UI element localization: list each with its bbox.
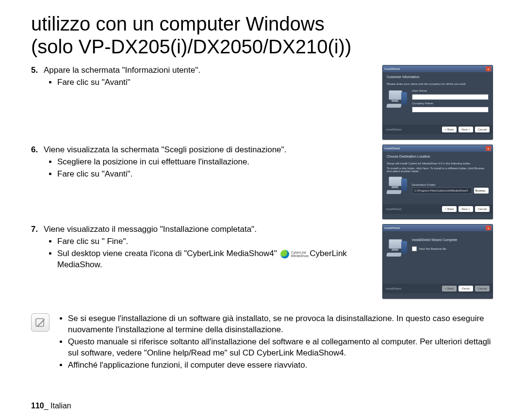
sc2-logo: InstallShield [386, 208, 401, 210]
cyberlink-icon [280, 250, 289, 258]
note-block: Se si esegue l'installazione di un softw… [31, 313, 493, 372]
screenshot-2-col: InstallShield × Choose Destination Locat… [380, 145, 493, 219]
page-label: _ Italian [44, 402, 71, 410]
computer-icon [387, 238, 408, 257]
page-title: utilizzo con un computer Windows (solo V… [31, 13, 493, 58]
step-5-bullet-1: Fare clic su "Avanti" [57, 77, 371, 88]
sc1-logo: InstallShield [386, 128, 401, 131]
sc2-cancel-button: Cancel [475, 206, 490, 212]
sc3-back-button: < Back [442, 286, 457, 291]
sc2-next-button: Next > [458, 206, 473, 212]
screenshot-3-col: InstallShield × InstallShield Wizard Com… [380, 224, 493, 299]
step-6-row: 6. Viene visualizzata la schermata "Sceg… [31, 145, 493, 219]
title-line-2: (solo VP-DX205(i)/DX2050/DX210(i)) [31, 36, 351, 57]
checkbox-icon [412, 246, 417, 251]
sc3-logo: InstallShield [386, 287, 401, 290]
sc2-browse-button: Browse... [474, 188, 489, 194]
sc2-para2: To install to this folder, click Next. T… [387, 167, 489, 173]
sc2-path: C:\Program Files\CyberLink\MediaShow4 [412, 187, 472, 194]
step-5-text: 5. Appare la schermata "Informazioni ute… [31, 65, 371, 91]
sc1-input-company [412, 107, 489, 113]
screenshot-destination: InstallShield × Choose Destination Locat… [382, 145, 493, 219]
sc1-cancel-button: Cancel [475, 127, 490, 132]
step-5-row: 5. Appare la schermata "Informazioni ute… [31, 65, 493, 140]
note-list: Se si esegue l'installazione di un softw… [57, 313, 493, 372]
close-icon: × [486, 226, 491, 230]
sc3-cancel-button: Cancel [475, 286, 490, 291]
step-7-main: Viene visualizzato il messaggio "Install… [44, 225, 257, 234]
sc2-dest-label: Destination Folder [412, 183, 489, 186]
sc1-next-button: Next > [458, 127, 473, 132]
sc1-label1: User Name: [412, 89, 489, 92]
sc2-titlebar: InstallShield [384, 147, 400, 150]
pencil-note-icon [34, 317, 46, 328]
step-6-main: Viene visualizzata la schermata "Scegli … [44, 145, 286, 154]
sc3-heading: InstallShield Wizard Complete [412, 238, 489, 242]
step-7-row: 7. Viene visualizzato il messaggio "Inst… [31, 224, 493, 299]
sc1-titlebar: InstallShield [384, 67, 400, 70]
close-icon: × [486, 146, 491, 151]
step-7-text: 7. Viene visualizzato il messaggio "Inst… [31, 224, 371, 274]
page-footer: 110_ Italian [31, 402, 71, 410]
screenshot-complete: InstallShield × InstallShield Wizard Com… [382, 224, 493, 299]
note-2: Questo manuale si riferisce soltanto all… [68, 337, 493, 359]
computer-icon [387, 176, 408, 194]
step-7-num: 7. [31, 224, 44, 272]
step-7-bullet-1: Fare clic su " Fine". [57, 236, 371, 247]
sc1-input-user [412, 94, 489, 100]
step-6-bullet-1: Scegliere la posizione in cui effettuare… [57, 157, 371, 168]
manual-page: utilizzo con un computer Windows (solo V… [0, 0, 524, 420]
sc1-back-button: < Back [442, 127, 457, 132]
sc2-back-button: < Back [442, 206, 457, 212]
sc3-finish-button: Finish [458, 286, 473, 291]
step-6-text: 6. Viene visualizzata la schermata "Sceg… [31, 145, 371, 183]
screenshot-1-col: InstallShield × Customer Information Ple… [380, 65, 493, 140]
step-6-num: 6. [31, 145, 44, 181]
page-number: 110 [31, 402, 44, 410]
sc3-titlebar: InstallShield [384, 226, 400, 229]
step-5-main: Appare la schermata "Informazioni utente… [44, 65, 200, 75]
step-7-bullet-2: Sul desktop viene creata l'icona di "Cyb… [57, 248, 371, 271]
step-6-bullet-2: Fare clic su "Avanti". [57, 169, 371, 180]
svg-rect-0 [36, 319, 44, 326]
sc1-heading: Customer Information [387, 75, 489, 79]
sc1-sub: Please enter your name and the company f… [387, 82, 489, 85]
note-3: Affinché l'applicazione funzioni, il com… [68, 360, 493, 371]
title-line-1: utilizzo con un computer Windows [31, 13, 325, 34]
screenshot-user-info: InstallShield × Customer Information Ple… [382, 65, 493, 140]
sc2-heading: Choose Destination Location [387, 155, 489, 158]
note-1: Se si esegue l'installazione di un softw… [68, 313, 493, 336]
note-icon [31, 313, 49, 332]
step-7-b2-pre: Sul desktop viene creata l'icona di "Cyb… [57, 249, 277, 258]
sc1-label2: Company Name: [412, 102, 489, 105]
sc2-para1: Setup will install CyberLink MediaShow 4… [387, 162, 489, 165]
close-icon: × [486, 66, 491, 71]
step-5-num: 5. [31, 65, 44, 89]
cyberlink-icon-label: CyberLink MediaShow [291, 251, 308, 258]
computer-icon [387, 89, 408, 108]
sc3-check: View the Readme file [419, 247, 446, 250]
